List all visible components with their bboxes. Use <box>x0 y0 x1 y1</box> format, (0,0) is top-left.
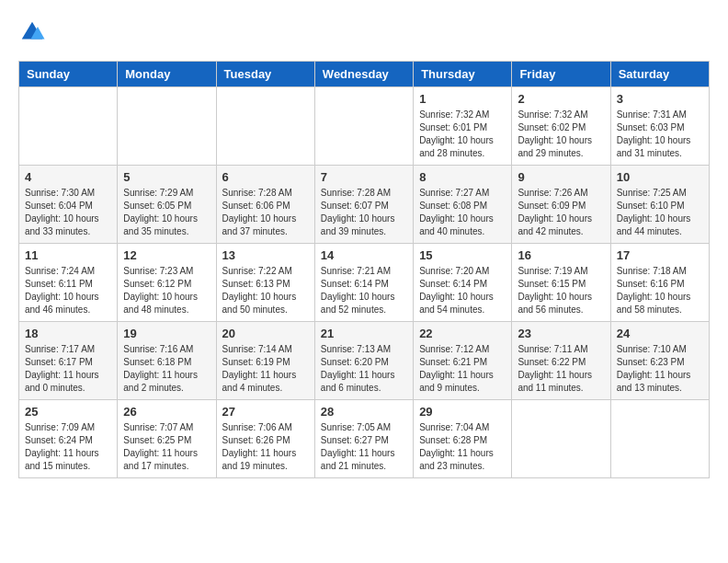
calendar-cell: 10Sunrise: 7:25 AM Sunset: 6:10 PM Dayli… <box>610 166 709 244</box>
calendar-cell: 20Sunrise: 7:14 AM Sunset: 6:19 PM Dayli… <box>216 322 314 400</box>
calendar-cell: 3Sunrise: 7:31 AM Sunset: 6:03 PM Daylig… <box>610 87 709 166</box>
day-info: Sunrise: 7:19 AM Sunset: 6:15 PM Dayligh… <box>518 265 604 316</box>
day-info: Sunrise: 7:23 AM Sunset: 6:12 PM Dayligh… <box>123 265 210 316</box>
calendar-cell: 28Sunrise: 7:05 AM Sunset: 6:27 PM Dayli… <box>314 400 413 478</box>
col-header-thursday: Thursday <box>414 62 512 87</box>
day-number: 25 <box>25 405 111 419</box>
calendar-cell: 23Sunrise: 7:11 AM Sunset: 6:22 PM Dayli… <box>512 322 610 400</box>
day-number: 23 <box>518 327 604 340</box>
col-header-tuesday: Tuesday <box>216 62 314 87</box>
calendar-cell: 11Sunrise: 7:24 AM Sunset: 6:11 PM Dayli… <box>19 244 118 322</box>
day-info: Sunrise: 7:22 AM Sunset: 6:13 PM Dayligh… <box>222 265 309 316</box>
calendar-cell: 8Sunrise: 7:27 AM Sunset: 6:08 PM Daylig… <box>414 166 512 244</box>
day-info: Sunrise: 7:27 AM Sunset: 6:08 PM Dayligh… <box>419 187 506 238</box>
day-info: Sunrise: 7:28 AM Sunset: 6:06 PM Dayligh… <box>222 187 309 238</box>
calendar-cell: 15Sunrise: 7:20 AM Sunset: 6:14 PM Dayli… <box>414 244 512 322</box>
col-header-sunday: Sunday <box>19 62 118 87</box>
calendar-cell: 13Sunrise: 7:22 AM Sunset: 6:13 PM Dayli… <box>216 244 314 322</box>
day-info: Sunrise: 7:16 AM Sunset: 6:18 PM Dayligh… <box>123 343 210 395</box>
day-number: 16 <box>518 248 604 262</box>
col-header-monday: Monday <box>118 62 216 87</box>
day-number: 24 <box>617 327 703 340</box>
col-header-saturday: Saturday <box>610 62 709 87</box>
calendar-cell: 5Sunrise: 7:29 AM Sunset: 6:05 PM Daylig… <box>118 166 216 244</box>
day-info: Sunrise: 7:31 AM Sunset: 6:03 PM Dayligh… <box>617 109 703 160</box>
day-number: 11 <box>25 248 111 262</box>
week-row-5: 25Sunrise: 7:09 AM Sunset: 6:24 PM Dayli… <box>19 400 710 478</box>
week-row-1: 1Sunrise: 7:32 AM Sunset: 6:01 PM Daylig… <box>19 87 710 166</box>
calendar-cell: 26Sunrise: 7:07 AM Sunset: 6:25 PM Dayli… <box>118 400 216 478</box>
day-number: 22 <box>419 327 506 340</box>
calendar-cell: 14Sunrise: 7:21 AM Sunset: 6:14 PM Dayli… <box>314 244 413 322</box>
day-info: Sunrise: 7:17 AM Sunset: 6:17 PM Dayligh… <box>25 343 111 395</box>
day-info: Sunrise: 7:07 AM Sunset: 6:25 PM Dayligh… <box>123 421 210 473</box>
day-number: 13 <box>222 248 309 262</box>
calendar-cell: 18Sunrise: 7:17 AM Sunset: 6:17 PM Dayli… <box>19 322 118 400</box>
col-header-friday: Friday <box>512 62 610 87</box>
day-number: 26 <box>123 405 210 419</box>
calendar-cell: 27Sunrise: 7:06 AM Sunset: 6:26 PM Dayli… <box>216 400 314 478</box>
calendar-cell <box>118 87 216 166</box>
day-number: 29 <box>419 405 506 419</box>
day-number: 18 <box>25 327 111 340</box>
calendar-cell <box>19 87 118 166</box>
day-number: 5 <box>123 170 210 184</box>
week-row-2: 4Sunrise: 7:30 AM Sunset: 6:04 PM Daylig… <box>19 166 710 244</box>
day-number: 21 <box>321 327 407 340</box>
day-number: 14 <box>321 248 407 262</box>
day-number: 1 <box>419 92 506 106</box>
day-info: Sunrise: 7:26 AM Sunset: 6:09 PM Dayligh… <box>518 187 604 238</box>
day-info: Sunrise: 7:05 AM Sunset: 6:27 PM Dayligh… <box>321 421 407 473</box>
day-info: Sunrise: 7:21 AM Sunset: 6:14 PM Dayligh… <box>321 265 407 316</box>
calendar-cell: 1Sunrise: 7:32 AM Sunset: 6:01 PM Daylig… <box>414 87 512 166</box>
calendar-cell <box>512 400 610 478</box>
calendar-cell <box>216 87 314 166</box>
day-number: 3 <box>617 92 703 106</box>
day-info: Sunrise: 7:30 AM Sunset: 6:04 PM Dayligh… <box>25 187 111 238</box>
calendar-cell: 17Sunrise: 7:18 AM Sunset: 6:16 PM Dayli… <box>610 244 709 322</box>
day-number: 17 <box>617 248 703 262</box>
day-info: Sunrise: 7:25 AM Sunset: 6:10 PM Dayligh… <box>617 187 703 238</box>
calendar-cell: 19Sunrise: 7:16 AM Sunset: 6:18 PM Dayli… <box>118 322 216 400</box>
day-info: Sunrise: 7:10 AM Sunset: 6:23 PM Dayligh… <box>617 343 703 395</box>
calendar-cell: 7Sunrise: 7:28 AM Sunset: 6:07 PM Daylig… <box>314 166 413 244</box>
logo <box>18 18 51 46</box>
week-row-4: 18Sunrise: 7:17 AM Sunset: 6:17 PM Dayli… <box>19 322 710 400</box>
calendar-cell: 6Sunrise: 7:28 AM Sunset: 6:06 PM Daylig… <box>216 166 314 244</box>
calendar-cell: 2Sunrise: 7:32 AM Sunset: 6:02 PM Daylig… <box>512 87 610 166</box>
calendar-cell: 22Sunrise: 7:12 AM Sunset: 6:21 PM Dayli… <box>414 322 512 400</box>
calendar-table: SundayMondayTuesdayWednesdayThursdayFrid… <box>18 61 710 478</box>
day-info: Sunrise: 7:28 AM Sunset: 6:07 PM Dayligh… <box>321 187 407 238</box>
col-header-wednesday: Wednesday <box>314 62 413 87</box>
day-number: 9 <box>518 170 604 184</box>
day-number: 19 <box>123 327 210 340</box>
day-info: Sunrise: 7:04 AM Sunset: 6:28 PM Dayligh… <box>419 421 506 473</box>
day-info: Sunrise: 7:20 AM Sunset: 6:14 PM Dayligh… <box>419 265 506 316</box>
calendar-cell: 25Sunrise: 7:09 AM Sunset: 6:24 PM Dayli… <box>19 400 118 478</box>
day-info: Sunrise: 7:06 AM Sunset: 6:26 PM Dayligh… <box>222 421 309 473</box>
day-info: Sunrise: 7:14 AM Sunset: 6:19 PM Dayligh… <box>222 343 309 395</box>
calendar-cell: 9Sunrise: 7:26 AM Sunset: 6:09 PM Daylig… <box>512 166 610 244</box>
calendar-cell: 24Sunrise: 7:10 AM Sunset: 6:23 PM Dayli… <box>610 322 709 400</box>
week-row-3: 11Sunrise: 7:24 AM Sunset: 6:11 PM Dayli… <box>19 244 710 322</box>
day-number: 15 <box>419 248 506 262</box>
day-number: 28 <box>321 405 407 419</box>
calendar-cell <box>610 400 709 478</box>
day-number: 2 <box>518 92 604 106</box>
day-number: 20 <box>222 327 309 340</box>
calendar-cell <box>314 87 413 166</box>
day-info: Sunrise: 7:09 AM Sunset: 6:24 PM Dayligh… <box>25 421 111 473</box>
day-info: Sunrise: 7:32 AM Sunset: 6:02 PM Dayligh… <box>518 109 604 160</box>
calendar-cell: 12Sunrise: 7:23 AM Sunset: 6:12 PM Dayli… <box>118 244 216 322</box>
day-info: Sunrise: 7:12 AM Sunset: 6:21 PM Dayligh… <box>419 343 506 395</box>
logo-icon <box>18 18 46 46</box>
calendar-header-row: SundayMondayTuesdayWednesdayThursdayFrid… <box>19 62 710 87</box>
day-info: Sunrise: 7:13 AM Sunset: 6:20 PM Dayligh… <box>321 343 407 395</box>
day-info: Sunrise: 7:32 AM Sunset: 6:01 PM Dayligh… <box>419 109 506 160</box>
day-info: Sunrise: 7:29 AM Sunset: 6:05 PM Dayligh… <box>123 187 210 238</box>
day-number: 10 <box>617 170 703 184</box>
day-number: 4 <box>25 170 111 184</box>
day-number: 7 <box>321 170 407 184</box>
calendar-cell: 29Sunrise: 7:04 AM Sunset: 6:28 PM Dayli… <box>414 400 512 478</box>
day-info: Sunrise: 7:11 AM Sunset: 6:22 PM Dayligh… <box>518 343 604 395</box>
